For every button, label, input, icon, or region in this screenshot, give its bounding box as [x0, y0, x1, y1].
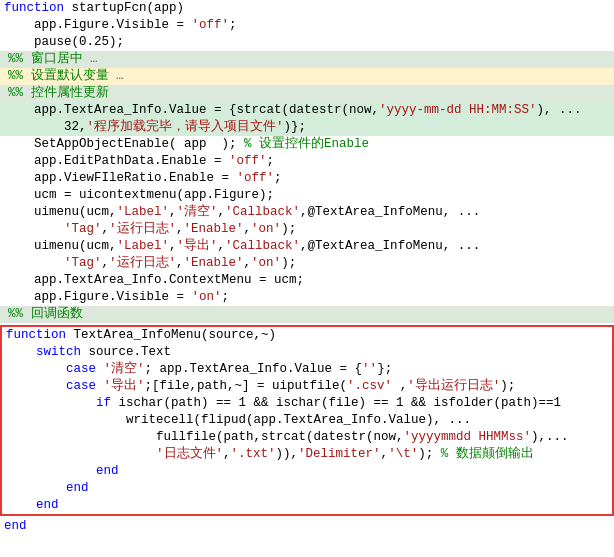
code-line-2: app.Figure.Visible = 'off';: [0, 17, 614, 34]
code-line-28: end: [2, 463, 612, 480]
code-editor: function startupFcn(app) app.Figure.Visi…: [0, 0, 614, 557]
code-line-25: writecell(flipud(app.TextArea_Info.Value…: [2, 412, 612, 429]
code-line-27: '日志文件','.txt')),'Delimiter','\t'); % 数据颠…: [2, 446, 612, 463]
code-line-14: 'Tag','运行日志','Enable','on');: [0, 221, 614, 238]
code-line-13: uimenu(ucm,'Label','清空','Callback',@Text…: [0, 204, 614, 221]
code-line-21: switch source.Text: [2, 344, 612, 361]
code-line-10: app.EditPathData.Enable = 'off';: [0, 153, 614, 170]
code-line-24: if ischar(path) == 1 && ischar(file) == …: [2, 395, 612, 412]
red-highlight-box: function TextArea_InfoMenu(source,~) swi…: [0, 325, 614, 516]
code-line-7: app.TextArea_Info.Value = {strcat(datest…: [0, 102, 614, 119]
code-line-23: case '导出';[file,path,~] = uiputfile('.cs…: [2, 378, 612, 395]
code-line-18: app.Figure.Visible = 'on';: [0, 289, 614, 306]
code-line-22: case '清空'; app.TextArea_Info.Value = {''…: [2, 361, 612, 378]
section-bar-window: %% 窗口居中 …: [0, 51, 614, 68]
code-line-1: function startupFcn(app): [0, 0, 614, 17]
code-line-9: SetAppObjectEnable( app ); % 设置控件的Enable: [0, 136, 614, 153]
code-line-26: fullfile(path,strcat(datestr(now,'yyyymm…: [2, 429, 612, 446]
code-line-29: end: [2, 480, 612, 497]
section-bar-callback: %% 回调函数: [0, 306, 614, 323]
code-line-3: pause(0.25);: [0, 34, 614, 51]
code-line-17: app.TextArea_Info.ContextMenu = ucm;: [0, 272, 614, 289]
code-line-8: 32,'程序加载完毕，请导入项目文件')};: [0, 119, 614, 136]
code-line-31: end: [0, 518, 614, 535]
code-line-20: function TextArea_InfoMenu(source,~): [2, 327, 612, 344]
code-line-15: uimenu(ucm,'Label','导出','Callback',@Text…: [0, 238, 614, 255]
section-bar-controls: %% 控件属性更新: [0, 85, 614, 102]
code-line-30: end: [2, 497, 612, 514]
code-line-16: 'Tag','运行日志','Enable','on');: [0, 255, 614, 272]
section-bar-defaults: %% 设置默认变量 …: [0, 68, 614, 85]
code-line-12: ucm = uicontextmenu(app.Figure);: [0, 187, 614, 204]
code-line-11: app.ViewFIleRatio.Enable = 'off';: [0, 170, 614, 187]
